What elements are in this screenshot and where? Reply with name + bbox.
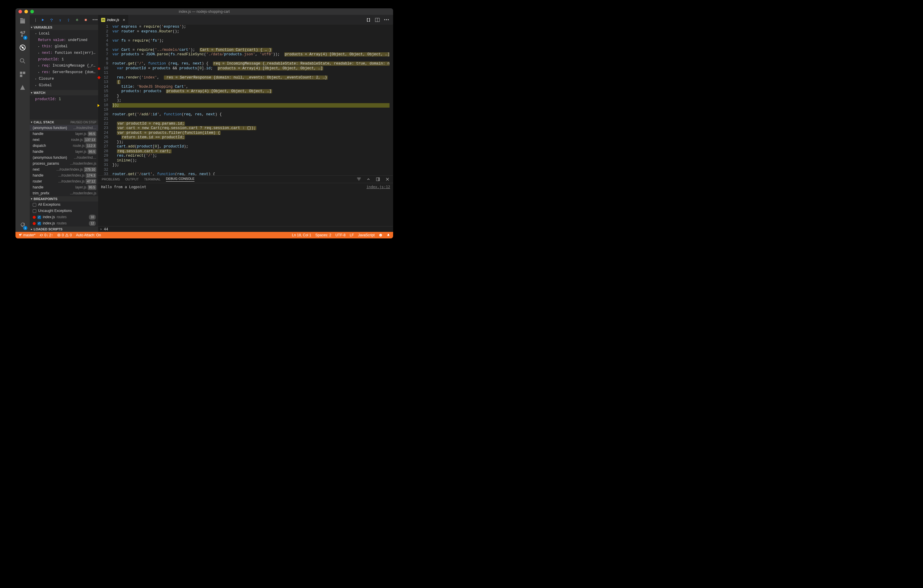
variable-row[interactable]: ▸ req: IncomingMessage {_readableSt… <box>30 63 98 69</box>
variable-row[interactable]: Return value: undefined <box>30 37 98 43</box>
stack-frame[interactable]: router.../router/index.js47:12 <box>30 178 98 184</box>
stack-frame[interactable]: dispatchroute.js112:3 <box>30 143 98 149</box>
status-bell-icon[interactable] <box>387 233 390 237</box>
stack-frame[interactable]: nextroute.js137:13 <box>30 137 98 143</box>
watch-row[interactable]: productId: 1 <box>30 96 98 102</box>
status-lang[interactable]: JavaScript <box>358 233 374 237</box>
scm-icon[interactable]: 4 <box>19 31 26 39</box>
svg-point-15 <box>379 234 382 237</box>
panel-tabs: PROBLEMS OUTPUT TERMINAL DEBUG CONSOLE <box>98 176 393 183</box>
variable-row[interactable]: ▸ this: global <box>30 43 98 50</box>
line-gutter[interactable]: 1234567891011121314151617181920212223242… <box>98 25 112 176</box>
step-into-button[interactable] <box>59 18 62 22</box>
stack-frame[interactable]: handlelayer.js95:5 <box>30 149 98 154</box>
explorer-icon[interactable] <box>19 17 26 25</box>
debug-toolbar: | ••• <box>30 15 98 25</box>
debug-sidebar: | ••• ▾VARIABLES ▾ Local Return value: u… <box>30 15 98 232</box>
settings-icon[interactable]: 1 <box>19 221 26 229</box>
js-file-icon: JS <box>101 18 105 22</box>
breakpoint-static[interactable]: Uncaught Exceptions <box>30 208 98 214</box>
svg-point-6 <box>51 21 52 21</box>
compare-changes-icon[interactable] <box>366 18 371 22</box>
stack-frame[interactable]: trim_prefix.../router/index.js <box>30 190 98 196</box>
tab-indexjs[interactable]: JS index.js × <box>98 15 128 25</box>
variable-row[interactable]: ▸ next: function next(err) { … } <box>30 50 98 56</box>
loaded-scripts-header[interactable]: ▸LOADED SCRIPTS <box>30 227 98 232</box>
callstack-status: PAUSED ON STEP <box>71 121 96 124</box>
debug-icon[interactable] <box>19 44 26 52</box>
stop-button[interactable] <box>84 18 87 22</box>
scope-global[interactable]: ▸ Global <box>30 82 98 89</box>
editor-tabs: JS index.js × ••• <box>98 15 393 25</box>
panel-tab-terminal[interactable]: TERMINAL <box>144 177 161 181</box>
close-window-button[interactable] <box>18 10 22 13</box>
code-content[interactable]: var express = require('express');var rou… <box>112 25 393 176</box>
search-icon[interactable] <box>19 57 26 66</box>
status-eol[interactable]: LF <box>350 233 354 237</box>
debug-console-output: Hallo from a Logpoint index.js:12 <box>98 183 393 226</box>
extensions-icon[interactable] <box>19 71 26 79</box>
stack-frame[interactable]: (anonymous function).../router/ind… <box>30 154 98 161</box>
breakpoint-static[interactable]: All Exceptions <box>30 202 98 208</box>
svg-point-2 <box>20 59 24 62</box>
repl-prompt-icon: › <box>100 227 102 231</box>
status-auto-attach[interactable]: Auto Attach: On <box>76 233 101 237</box>
more-editor-icon[interactable]: ••• <box>384 18 389 22</box>
status-spaces[interactable]: Spaces: 2 <box>315 233 331 237</box>
status-bar: master* 0↓ 2↑ 0 0 Auto Attach: On Ln 18,… <box>15 232 393 238</box>
more-debug-icon[interactable]: ••• <box>92 18 98 22</box>
panel-tab-problems[interactable]: PROBLEMS <box>102 177 120 181</box>
breakpoints-header[interactable]: ▾BREAKPOINTS <box>30 196 98 202</box>
stack-frame[interactable]: handle.../router/index.js174:3 <box>30 172 98 178</box>
watch-body: productId: 1 <box>30 95 98 103</box>
debug-repl[interactable]: › <box>98 226 393 232</box>
restart-button[interactable] <box>76 18 79 22</box>
variable-row[interactable]: productId: 1 <box>30 56 98 63</box>
filter-icon[interactable] <box>357 177 361 181</box>
svg-rect-5 <box>20 75 22 77</box>
variables-section-header[interactable]: ▾VARIABLES <box>30 25 98 30</box>
stack-frame[interactable]: next.../router/index.js275:10 <box>30 166 98 172</box>
watch-section-header[interactable]: ▾WATCH <box>30 90 98 95</box>
maximize-panel-icon[interactable] <box>376 177 380 181</box>
azure-icon[interactable] <box>19 84 26 92</box>
status-branch[interactable]: master* <box>18 233 35 237</box>
minimize-window-button[interactable] <box>25 10 28 13</box>
status-sync[interactable]: 0↓ 2↑ <box>39 233 53 237</box>
stack-frame[interactable]: handlelayer.js95:5 <box>30 131 98 137</box>
breakpoints-section: ▾BREAKPOINTS All ExceptionsUncaught Exce… <box>30 196 98 227</box>
step-out-button[interactable] <box>67 18 70 22</box>
stack-frame[interactable]: handlelayer.js95:5 <box>30 184 98 190</box>
tab-label: index.js <box>107 18 119 22</box>
scope-local[interactable]: ▾ Local <box>30 31 98 37</box>
maximize-window-button[interactable] <box>30 10 34 13</box>
status-encoding[interactable]: UTF-8 <box>335 233 345 237</box>
close-panel-icon[interactable] <box>385 177 389 181</box>
breakpoint-row[interactable]: ✓index.js routes10 <box>30 214 98 220</box>
editor-area[interactable]: 1234567891011121314151617181920212223242… <box>98 25 393 176</box>
log-origin[interactable]: index.js:12 <box>367 185 390 225</box>
callstack-section: ▾CALL STACK PAUSED ON STEP (anonymous fu… <box>30 120 98 196</box>
panel-tab-output[interactable]: OUTPUT <box>125 177 139 181</box>
scope-closure[interactable]: ▸ Closure <box>30 76 98 82</box>
close-tab-button[interactable]: × <box>123 18 125 22</box>
callstack-header[interactable]: ▾CALL STACK PAUSED ON STEP <box>30 120 98 125</box>
breakpoint-row[interactable]: ✓index.js routes12 <box>30 220 98 227</box>
watch-title: WATCH <box>34 91 46 95</box>
status-feedback-icon[interactable] <box>379 233 383 237</box>
status-cursor[interactable]: Ln 18, Col 1 <box>292 233 311 237</box>
variable-row[interactable]: ▸ res: ServerResponse {domain: null… <box>30 69 98 76</box>
settings-badge: 1 <box>23 226 27 230</box>
minimap[interactable] <box>389 25 393 176</box>
stack-frame[interactable]: process_params.../router/index.js <box>30 161 98 166</box>
status-problems[interactable]: 0 0 <box>57 233 72 237</box>
bottom-panel: PROBLEMS OUTPUT TERMINAL DEBUG CONSOLE H… <box>98 176 393 232</box>
repl-input[interactable] <box>104 227 140 231</box>
stack-frame[interactable]: (anonymous function).../routes/ind… <box>30 125 98 131</box>
split-editor-icon[interactable] <box>375 18 380 22</box>
continue-button[interactable] <box>41 18 44 22</box>
step-over-button[interactable] <box>50 18 53 22</box>
panel-tab-debugconsole[interactable]: DEBUG CONSOLE <box>166 177 194 182</box>
variables-title: VARIABLES <box>34 26 53 29</box>
collapse-icon[interactable] <box>366 177 371 181</box>
